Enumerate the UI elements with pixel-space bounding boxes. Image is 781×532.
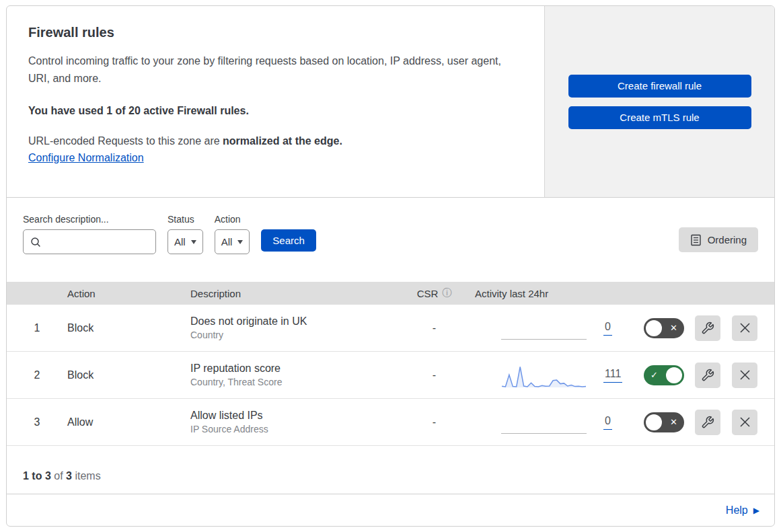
rule-priority: 2 bbox=[7, 369, 67, 381]
search-input[interactable] bbox=[46, 236, 171, 248]
x-icon bbox=[739, 416, 751, 428]
check-icon: ✓ bbox=[650, 370, 658, 380]
table-row: 2 Block IP reputation score Country, Thr… bbox=[7, 352, 774, 399]
edit-cell bbox=[690, 315, 726, 341]
activity-sparkline bbox=[501, 408, 587, 436]
ordering-button[interactable]: Ordering bbox=[679, 227, 758, 252]
delete-rule-button[interactable] bbox=[732, 410, 757, 435]
rule-enabled-toggle[interactable]: ✓ ✕ bbox=[644, 365, 684, 385]
create-firewall-rule-button[interactable]: Create firewall rule bbox=[568, 75, 751, 98]
column-activity: Activity last 24hr bbox=[466, 288, 638, 299]
rule-csr-value: - bbox=[402, 416, 466, 428]
edit-rule-button[interactable] bbox=[695, 410, 720, 435]
x-icon bbox=[739, 322, 751, 334]
search-input-box[interactable] bbox=[23, 229, 156, 254]
toggle-knob bbox=[646, 320, 662, 336]
header-section: Firewall rules Control incoming traffic … bbox=[7, 6, 774, 198]
normalization-bold: normalized at the edge. bbox=[223, 135, 342, 147]
normalization-prefix: URL-encoded Requests to this zone are bbox=[28, 135, 220, 147]
table-row: 1 Block Does not originate in UK Country… bbox=[7, 305, 774, 352]
normalization-note: URL-encoded Requests to this zone are no… bbox=[28, 135, 523, 147]
rule-activity-cell: 0 bbox=[466, 314, 638, 342]
search-group: Search description... bbox=[23, 214, 156, 254]
chevron-down-icon bbox=[237, 240, 243, 244]
toggle-knob bbox=[646, 414, 662, 430]
rule-action: Block bbox=[67, 322, 184, 334]
action-dropdown[interactable]: All bbox=[215, 229, 250, 254]
status-dropdown[interactable]: All bbox=[168, 229, 203, 254]
actions-panel: Create firewall rule Create mTLS rule bbox=[544, 6, 774, 197]
rule-enabled-toggle[interactable]: ✓ ✕ bbox=[644, 318, 684, 338]
activity-count-link[interactable]: 111 bbox=[603, 368, 622, 383]
x-icon bbox=[739, 369, 751, 381]
pagination-total: 3 bbox=[66, 470, 72, 482]
list-document-icon bbox=[690, 234, 702, 246]
firewall-rules-card: Firewall rules Control incoming traffic … bbox=[6, 5, 775, 527]
wrench-icon bbox=[701, 369, 714, 382]
rule-fields: Country, Threat Score bbox=[190, 375, 402, 389]
wrench-icon bbox=[701, 416, 714, 429]
ordering-button-label: Ordering bbox=[708, 234, 747, 245]
edit-rule-button[interactable] bbox=[695, 363, 720, 388]
delete-cell bbox=[726, 363, 764, 388]
rule-activity-cell: 111 bbox=[466, 361, 638, 389]
rule-priority: 3 bbox=[7, 416, 67, 428]
info-icon[interactable]: ⓘ bbox=[442, 287, 451, 299]
rule-csr-value: - bbox=[402, 322, 466, 334]
delete-rule-button[interactable] bbox=[732, 315, 757, 341]
create-mtls-rule-button[interactable]: Create mTLS rule bbox=[568, 106, 751, 129]
pagination-of: of bbox=[54, 470, 63, 482]
chevron-down-icon bbox=[191, 240, 196, 244]
configure-normalization-link[interactable]: Configure Normalization bbox=[28, 152, 144, 164]
column-action: Action bbox=[67, 288, 184, 299]
rule-description-cell: Does not originate in UK Country bbox=[184, 314, 402, 342]
rule-fields: Country bbox=[190, 328, 402, 342]
rule-action: Allow bbox=[67, 416, 184, 428]
pagination-range: 1 to 3 bbox=[23, 470, 51, 482]
arrow-right-icon: ▶ bbox=[753, 506, 759, 515]
toggle-knob bbox=[666, 367, 682, 383]
page-title: Firewall rules bbox=[28, 25, 523, 40]
delete-cell bbox=[726, 315, 764, 341]
search-icon bbox=[30, 237, 41, 248]
header-text-panel: Firewall rules Control incoming traffic … bbox=[7, 6, 544, 197]
help-link-label: Help bbox=[726, 504, 748, 517]
edit-rule-button[interactable] bbox=[695, 315, 720, 341]
rule-action: Block bbox=[67, 369, 184, 381]
rule-description-cell: Allow listed IPs IP Source Address bbox=[184, 408, 402, 436]
toggle-cell: ✓ ✕ bbox=[638, 365, 690, 385]
filter-bar: Search description... Status All Action … bbox=[7, 198, 774, 282]
activity-count-link[interactable]: 0 bbox=[603, 415, 612, 430]
edit-cell bbox=[690, 410, 726, 435]
help-bar: Help ▶ bbox=[7, 494, 774, 526]
status-label: Status bbox=[168, 214, 203, 225]
toggle-cell: ✓ ✕ bbox=[638, 318, 690, 338]
usage-summary: You have used 1 of 20 active Firewall ru… bbox=[28, 105, 523, 117]
rule-description: IP reputation score bbox=[190, 361, 402, 376]
edit-cell bbox=[690, 363, 726, 388]
rule-description-cell: IP reputation score Country, Threat Scor… bbox=[184, 361, 402, 389]
status-group: Status All bbox=[168, 214, 203, 254]
x-icon: ✕ bbox=[670, 323, 677, 333]
page-description: Control incoming traffic to your zone by… bbox=[28, 52, 523, 87]
activity-count-link[interactable]: 0 bbox=[603, 321, 612, 336]
status-dropdown-value: All bbox=[174, 236, 186, 248]
rule-csr-value: - bbox=[402, 369, 466, 381]
help-link[interactable]: Help ▶ bbox=[726, 504, 759, 517]
rule-priority: 1 bbox=[7, 322, 67, 334]
action-group: Action All bbox=[215, 214, 250, 254]
action-dropdown-value: All bbox=[221, 236, 233, 248]
toggle-cell: ✓ ✕ bbox=[638, 412, 690, 432]
search-label: Search description... bbox=[23, 214, 156, 225]
rule-fields: IP Source Address bbox=[190, 422, 402, 436]
pagination-summary: 1 to 3 of 3 items bbox=[7, 446, 774, 494]
delete-rule-button[interactable] bbox=[732, 363, 757, 388]
activity-sparkline bbox=[501, 314, 587, 342]
table-row: 3 Allow Allow listed IPs IP Source Addre… bbox=[7, 399, 774, 446]
rule-enabled-toggle[interactable]: ✓ ✕ bbox=[644, 412, 684, 432]
rule-description: Allow listed IPs bbox=[190, 408, 402, 423]
rule-description: Does not originate in UK bbox=[190, 314, 402, 329]
column-csr-label: CSR bbox=[417, 288, 439, 299]
search-button[interactable]: Search bbox=[261, 229, 316, 252]
table-header: Action Description CSR ⓘ Activity last 2… bbox=[7, 282, 774, 305]
